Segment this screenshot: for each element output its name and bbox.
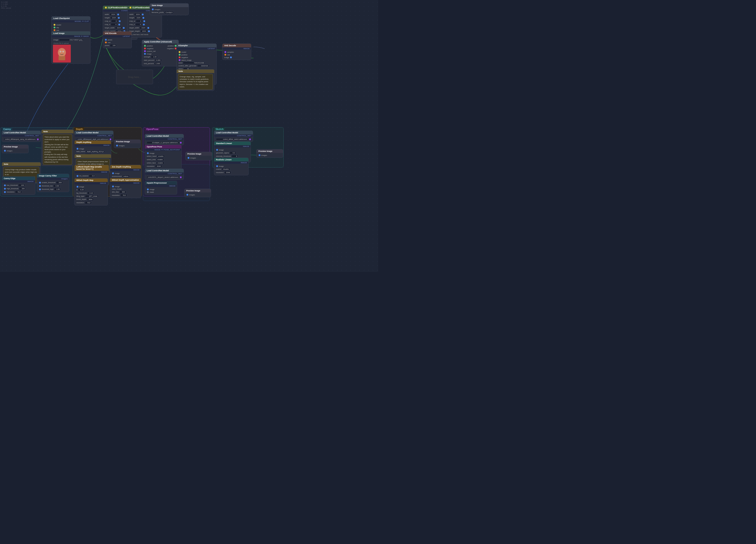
depth-anything-title: Depth Anything bbox=[76, 141, 91, 143]
acn-strength: strength 1.00 bbox=[143, 55, 177, 59]
svg-point-1 bbox=[58, 48, 66, 57]
op-hand: select_hand enable bbox=[146, 155, 180, 158]
checkpoint-model-row: model bbox=[53, 23, 89, 26]
apply-controlnet-node: Apply ControlNet (Advanced) positive pos… bbox=[142, 40, 179, 66]
sketch-model-row: control_diff/xbr_sketch.safetensors bbox=[216, 138, 251, 141]
sketch-group-label: Sketch bbox=[214, 127, 225, 131]
openpose-preview-images: images bbox=[187, 157, 211, 159]
canny-preview-images: images bbox=[3, 149, 27, 152]
openpose-controlnet-title: Load ControlNet Model bbox=[147, 135, 169, 137]
clip2-croph-val: 0 bbox=[135, 23, 142, 26]
clip-out-dot bbox=[54, 27, 55, 28]
canny-load-controlnet-node: Load ControlNet Model CONTROL_NET contro… bbox=[2, 131, 41, 142]
load-image-upload-row: choose file to upload bbox=[53, 41, 89, 45]
da-image: image bbox=[76, 147, 110, 150]
acn-controlnet: control_net bbox=[143, 50, 177, 52]
acn-image: image bbox=[143, 52, 177, 55]
ksampler-section: LATENT bbox=[177, 47, 216, 50]
inpaint-preprocessor-section: IMAGE bbox=[145, 185, 177, 187]
rl-res: resolution 2048 bbox=[216, 171, 247, 174]
ip-image: image bbox=[146, 188, 176, 191]
icf-high: threshold_high 1.00 bbox=[38, 188, 68, 191]
load-image-filename: 15317448037.jpeg bbox=[59, 39, 84, 41]
clip2-title-dot bbox=[130, 7, 131, 8]
sketch-controlnet-section: CONTROL_NET bbox=[214, 134, 253, 137]
clip2-height-val: 1024 bbox=[135, 16, 142, 19]
sl-sigma: gaussian_sigma 6.0 bbox=[216, 151, 249, 155]
sl-intensity: intensity_threshold 8 bbox=[216, 155, 249, 158]
vae-encode-out: pixels 100 bbox=[104, 44, 130, 47]
vd-vae: vae bbox=[224, 53, 250, 56]
acn-positive: positive positive bbox=[143, 44, 177, 47]
midas-map-header: MiDaS Depth Map bbox=[75, 178, 108, 182]
midas-bg: bg_threshold 0.10 bbox=[76, 191, 106, 195]
vae-encode-pixels-row: pixels bbox=[104, 38, 130, 41]
acn-end: end_percent 1.000 bbox=[143, 62, 177, 65]
canny-controlnet-section: CONTROL_NET bbox=[2, 134, 41, 137]
realistic-lineart-section: IMAGE bbox=[214, 161, 248, 164]
drag-hint-area[interactable]: Drag here... bbox=[116, 70, 153, 84]
svg-point-4 bbox=[60, 51, 61, 52]
image-canny-section: images bbox=[37, 178, 69, 180]
op-limb: select_limb enable bbox=[146, 158, 180, 161]
checkpoint-clip-row: clip bbox=[53, 26, 89, 29]
vae-decode-title: VAE Decode bbox=[224, 44, 236, 47]
rl-coarse: coarse disable bbox=[216, 167, 247, 171]
canny-edge-header: Canny Edge bbox=[2, 177, 35, 180]
openpose-model-row: t2i-adapter_xl_openpose.safetensors bbox=[146, 141, 182, 144]
apply-controlnet-header: Apply ControlNet (Advanced) bbox=[142, 40, 178, 44]
leres-nearest: rm_nearest 0.0 bbox=[76, 174, 107, 178]
vae-encode-vae-row: vae bbox=[104, 41, 130, 44]
clip1-cropw-val: 0 bbox=[111, 20, 118, 23]
save-image-header: Save Image bbox=[150, 4, 188, 7]
depth-preview-images: images bbox=[115, 144, 139, 147]
inpaint-preprocessor-node: Inpaint Preprocessor IMAGE image mask bbox=[145, 181, 177, 195]
ks-positive: positive bbox=[178, 53, 215, 56]
depth-group-label: Depth bbox=[75, 127, 84, 131]
clip2-th-val: 1024 bbox=[140, 30, 147, 33]
ks-negative: negative bbox=[178, 56, 215, 59]
ks-control: control_after_generate randomize bbox=[178, 64, 215, 67]
depth-controlnet-section: CONTROL_NET bbox=[75, 134, 113, 137]
ks-seed: seed 740915319388 bbox=[178, 61, 215, 64]
load-image-node: Load Image IMAGE ✦ MASK image 1531744803… bbox=[51, 31, 90, 64]
realistic-lineart-title: Realistic Lineart bbox=[216, 159, 232, 161]
depth-anything-section: IMAGE bbox=[75, 144, 111, 146]
save-image-node: Save Image images filename_prefix ComfyU… bbox=[150, 3, 189, 15]
op-face: select_face enable bbox=[146, 161, 180, 165]
standard-lineart-title: Standard Lineart bbox=[216, 142, 232, 144]
midas-image: image bbox=[76, 185, 106, 188]
svg-point-5 bbox=[63, 51, 64, 52]
midas-approx-section: IMAGE bbox=[110, 182, 141, 184]
sketch-preview-header: Preview Image bbox=[257, 149, 283, 153]
note-ksampler-title: Note bbox=[178, 70, 183, 72]
depth-controlnet-title: Load ControlNet Model bbox=[76, 132, 98, 134]
vae-decode-node: VAE Decode IMAGE samples vae image bbox=[222, 44, 251, 60]
clip2-height-row: height 1024 bbox=[129, 16, 160, 19]
canny-edge-node: Canny Edge IMAGE low_threshold 100 high_… bbox=[2, 176, 35, 195]
canny-note-node: Note Think about when you want the contr… bbox=[41, 130, 74, 166]
apply-controlnet-title: Apply ControlNet (Advanced) bbox=[144, 41, 172, 43]
vae-encode-title: VAE Encode bbox=[105, 32, 117, 34]
op-image: image bbox=[146, 152, 180, 155]
inpaint-preview-title: Preview Image bbox=[186, 190, 200, 192]
clip1-tw-val: 1024 bbox=[115, 26, 122, 29]
da-task: task_name depth_anything_v614.pt bbox=[76, 150, 110, 153]
midas-res: resolution 512 bbox=[76, 201, 106, 204]
load-image-name-row: image 15317448037.jpeg bbox=[53, 38, 89, 41]
ma-res: resolution 512 bbox=[111, 194, 140, 197]
openpose-preview-title: Preview Image bbox=[187, 153, 201, 155]
sketch-model-val: control_diff/xbr_sketch.safetensors bbox=[216, 138, 248, 140]
depth-controlnet-header: Load ControlNet Model bbox=[75, 131, 113, 134]
node-canvas[interactable]: Load Checkpoint MODEL ✦ CLIP model clip … bbox=[0, 0, 378, 272]
sketch-preview-images: images bbox=[258, 154, 282, 157]
clip2-th-row: target_height 1024 bbox=[129, 29, 160, 33]
midas-approx-node: MiDaS Depth Approximation IMAGE image co… bbox=[110, 178, 141, 198]
save-filename-val: ComfyUI bbox=[164, 11, 174, 14]
openpose-pose-header: OpenPose Pose bbox=[145, 145, 181, 149]
image-canny-title: Image Canny Filter bbox=[39, 175, 57, 177]
sketch-controlnet-title: Load ControlNet Model bbox=[216, 132, 238, 134]
openpose-controlnet-section: CONTROL_NET bbox=[145, 138, 184, 140]
openpose-pose-section: IMAGE ✦ POSE_KEYPOINT bbox=[145, 149, 181, 151]
load-image-title: Load Image bbox=[53, 32, 65, 34]
